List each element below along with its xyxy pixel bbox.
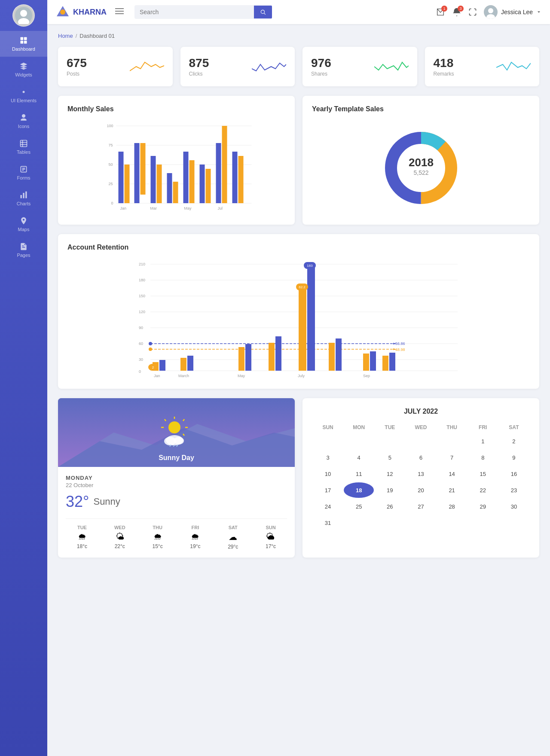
breadcrumb-home[interactable]: Home (58, 33, 73, 39)
calendar-day[interactable]: 8 (468, 450, 498, 465)
calendar-day[interactable]: 7 (437, 450, 467, 465)
calendar-day (406, 433, 436, 449)
sidebar-item-tables[interactable]: Tables (0, 134, 47, 160)
calendar-day[interactable]: 21 (437, 482, 467, 498)
calendar-day[interactable]: 25 (344, 499, 374, 514)
svg-text:Mar: Mar (150, 206, 157, 210)
svg-text:48.98: 48.98 (395, 348, 405, 352)
calendar-day[interactable]: 17 (313, 482, 343, 498)
calendar-day[interactable]: 29 (468, 499, 498, 514)
calendar-header-sun: SUN (313, 422, 343, 433)
stat-info-clicks: 875 Clicks (189, 56, 209, 77)
svg-text:May: May (238, 374, 245, 378)
svg-rect-108 (389, 353, 395, 371)
stat-card-shares: 976 Shares (302, 47, 417, 86)
calendar-day[interactable]: 22 (468, 482, 498, 498)
sidebar-ui-label: UI Elements (11, 98, 37, 103)
calendar-day[interactable]: 1 (468, 433, 498, 449)
calendar-day[interactable]: 4 (344, 450, 374, 465)
calendar-day[interactable]: 9 (499, 450, 529, 465)
calendar-day[interactable]: 3 (313, 450, 343, 465)
sidebar-item-icons[interactable]: Icons (0, 108, 47, 134)
sidebar-maps-label: Maps (18, 227, 30, 232)
topbar-right: 1 3 Jessica Lee (436, 5, 541, 19)
calendar-body: 1234567891011121314151617181920212223242… (313, 433, 529, 530)
svg-rect-93 (238, 347, 244, 371)
calendar-day[interactable]: 12 (375, 466, 405, 482)
stat-value-shares: 976 (311, 56, 331, 70)
forecast-sun-label: SUN (266, 525, 275, 530)
calendar-day[interactable]: 2 (499, 433, 529, 449)
retention-chart: 210 180 150 120 90 60 30 0 (67, 259, 530, 379)
calendar-day[interactable]: 27 (406, 499, 436, 514)
calendar-day[interactable]: 16 (499, 466, 529, 482)
svg-text:2: 2 (152, 366, 154, 369)
sidebar-item-dashboard[interactable]: Dashboard (0, 31, 47, 57)
svg-text:180: 180 (139, 278, 145, 282)
svg-text:62.2: 62.2 (299, 285, 306, 289)
sidebar-item-pages[interactable]: Pages (0, 237, 47, 263)
forecast-fri-label: FRI (192, 525, 199, 530)
svg-rect-40 (125, 165, 130, 203)
forecast-fri-icon: 🌧 (191, 532, 199, 542)
svg-rect-96 (275, 336, 281, 371)
calendar-day[interactable]: 18 (344, 482, 374, 498)
svg-text:5,522: 5,522 (413, 169, 428, 176)
calendar-day[interactable]: 28 (437, 499, 467, 514)
calendar-day[interactable]: 31 (313, 515, 343, 530)
calendar-day[interactable]: 30 (499, 499, 529, 514)
sidebar-widgets-label: Widgets (15, 72, 32, 77)
search-input[interactable] (134, 5, 254, 19)
calendar-day[interactable]: 24 (313, 499, 343, 514)
sidebar-item-maps[interactable]: Maps (0, 211, 47, 237)
calendar-week-2: 10111213141516 (313, 466, 529, 482)
forecast-fri: FRI 🌧 19°c (179, 525, 211, 550)
menu-icon[interactable] (115, 7, 124, 17)
sidebar-forms-label: Forms (17, 175, 30, 180)
svg-point-110 (149, 348, 152, 351)
stat-card-remarks: 418 Remarks (425, 47, 540, 86)
forecast-thu-icon: 🌧 (153, 532, 162, 542)
retention-svg: 210 180 150 120 90 60 30 0 (67, 259, 530, 379)
svg-rect-39 (119, 152, 124, 203)
svg-rect-97 (299, 287, 306, 371)
calendar-day[interactable]: 6 (406, 450, 436, 465)
monthly-sales-chart: 100 75 50 25 0 (67, 121, 285, 215)
stat-card-clicks: 875 Clicks (180, 47, 295, 86)
forecast-sun-icon: 🌥 (266, 532, 275, 542)
calendar-day[interactable]: 14 (437, 466, 467, 482)
notification-button[interactable]: 3 (452, 7, 461, 17)
svg-text:183: 183 (307, 264, 313, 268)
calendar-day[interactable]: 5 (375, 450, 405, 465)
calendar-day[interactable]: 10 (313, 466, 343, 482)
calendar-day[interactable]: 26 (375, 499, 405, 514)
yearly-sales-title: Yearly Template Sales (312, 105, 530, 113)
svg-text:90: 90 (139, 326, 143, 330)
calendar-day[interactable]: 20 (406, 482, 436, 498)
calendar-day[interactable]: 23 (499, 482, 529, 498)
calendar-day[interactable]: 11 (344, 466, 374, 482)
monthly-sales-title: Monthly Sales (67, 105, 285, 113)
mail-button[interactable]: 1 (436, 7, 445, 17)
fullscreen-button[interactable] (468, 8, 477, 16)
sidebar-item-widgets[interactable]: Widgets (0, 57, 47, 82)
sidebar-item-ui-elements[interactable]: UI Elements (0, 82, 47, 108)
sidebar-item-forms[interactable]: Forms (0, 160, 47, 186)
calendar-day (468, 515, 498, 530)
forecast-wed: WED 🌤 22°c (104, 525, 136, 550)
sidebar-item-charts[interactable]: Charts (0, 186, 47, 211)
calendar-week-1: 3456789 (313, 450, 529, 465)
calendar-day[interactable]: 19 (375, 482, 405, 498)
calendar-day[interactable]: 15 (468, 466, 498, 482)
sidebar-tables-label: Tables (17, 149, 31, 155)
svg-line-25 (264, 13, 266, 15)
weather-day: MONDAY (66, 475, 287, 481)
forecast-thu: THU 🌧 15°c (141, 525, 174, 550)
calendar-header-thu: THU (437, 422, 467, 433)
svg-rect-50 (206, 169, 211, 203)
calendar-day[interactable]: 13 (406, 466, 436, 482)
stat-info-remarks: 418 Remarks (434, 56, 454, 77)
svg-rect-6 (24, 41, 27, 44)
search-button[interactable] (254, 6, 272, 18)
user-menu[interactable]: Jessica Lee (484, 5, 541, 19)
